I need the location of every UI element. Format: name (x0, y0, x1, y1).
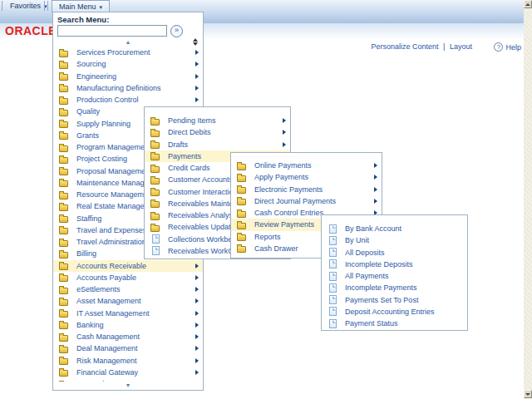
menu-item[interactable]: Accounts Receivable (53, 260, 203, 272)
vertical-scrollbar[interactable] (524, 0, 532, 399)
menu-item[interactable]: Payments Set To Post (322, 294, 467, 306)
menu-scroll-down-icon[interactable]: ▼ (53, 382, 203, 389)
menu-item[interactable]: Apply Payments (231, 171, 382, 183)
folder-icon (150, 140, 160, 149)
folder-icon (59, 178, 69, 187)
layout-link[interactable]: Layout (450, 42, 472, 51)
folder-icon (150, 223, 160, 232)
folder-icon (59, 71, 69, 81)
scrollbar-down-button[interactable] (524, 390, 532, 398)
folder-icon (59, 261, 69, 270)
folder-icon (150, 187, 160, 196)
menu-item[interactable]: Pending Items (145, 115, 290, 126)
menu-item-label: Deal Management (76, 344, 138, 352)
menu-item[interactable]: Incomplete Deposits (322, 259, 467, 270)
submenu-arrow-icon (283, 118, 286, 123)
folder-icon (237, 244, 247, 253)
folder-icon (59, 249, 69, 259)
submenu-arrow-icon (195, 74, 199, 79)
menu-item[interactable]: Asset Management (53, 295, 203, 307)
search-input[interactable] (57, 25, 167, 37)
menu-item[interactable]: Direct Debits (145, 126, 290, 138)
menu-item[interactable]: Incomplete Payments (322, 282, 467, 293)
menu-item[interactable]: All Deposits (322, 247, 467, 259)
personalize-row: Personalize Content | Layout (372, 42, 472, 51)
folder-icon (59, 83, 69, 92)
folder-icon (59, 107, 69, 116)
menu-item-label: Receivables Update (168, 223, 235, 231)
folder-icon (59, 308, 69, 318)
folder-icon (237, 196, 247, 205)
menu-item-label: Direct Debits (168, 128, 211, 136)
menu-resize-icon[interactable] (191, 37, 199, 47)
menu-item-label: Accounts Payable (76, 273, 136, 282)
folder-icon (59, 297, 69, 306)
menu-item[interactable]: Production Control (53, 94, 203, 106)
document-icon (328, 248, 337, 257)
menu-item[interactable]: Accounts Payable (53, 272, 203, 283)
help-icon[interactable]: ? (494, 42, 503, 52)
menu-item[interactable]: Services Procurement (53, 47, 203, 58)
menu-item[interactable]: By Unit (322, 234, 467, 246)
menu-item[interactable]: Deposit Accounting Entries (322, 306, 467, 318)
menu-item-label: By Bank Account (345, 224, 401, 233)
menu-item[interactable]: By Bank Account (322, 223, 467, 234)
caret-down-icon: ▾ (100, 4, 103, 10)
menu-item-label: Proposal Management (76, 167, 152, 175)
menu-item[interactable]: Risk Management (53, 355, 203, 367)
arrow-down-icon (525, 393, 530, 396)
folder-icon (59, 332, 69, 342)
submenu-arrow-icon (195, 370, 199, 375)
menu-item-label: Incomplete Deposits (345, 260, 413, 268)
folder-icon (59, 96, 69, 105)
menu-item-label: Financial Gateway (76, 368, 138, 377)
menu-scroll-up-icon[interactable]: ▲ (53, 38, 203, 46)
personalize-content-link[interactable]: Personalize Content (372, 42, 439, 51)
menu-level-4: By Bank Account By Unit All Deposits Inc… (322, 223, 467, 329)
menu-item[interactable]: Direct Journal Payments (231, 195, 382, 207)
folder-icon (150, 175, 160, 185)
menu-item[interactable]: Cash Management (53, 331, 203, 342)
review-payments-submenu: By Bank Account By Unit All Deposits Inc… (321, 214, 468, 331)
folder-icon (237, 220, 247, 229)
folder-icon (150, 128, 160, 137)
folder-icon (237, 209, 247, 218)
menu-item[interactable]: Payment Status (322, 318, 467, 329)
submenu-arrow-icon (195, 311, 199, 316)
menu-item-label: Accounts Receivable (76, 262, 146, 270)
menu-item-label: Manufacturing Definitions (76, 84, 161, 92)
menu-item[interactable]: eSettlements (53, 283, 203, 295)
menu-item[interactable]: Banking (53, 319, 203, 331)
menu-item[interactable]: Engineering (53, 71, 203, 82)
menu-item[interactable]: Deal Management (53, 342, 203, 354)
folder-icon (59, 190, 69, 200)
favorites-label: Favorites (10, 2, 41, 10)
menu-item[interactable]: IT Asset Management (53, 308, 203, 319)
document-icon (328, 307, 337, 316)
document-icon (328, 272, 337, 281)
search-go-icon[interactable]: » (170, 25, 183, 37)
menu-item[interactable]: Sourcing (53, 58, 203, 70)
main-menu-button[interactable]: Main Menu ▾ (52, 0, 110, 12)
scrollbar-up-button[interactable] (524, 0, 532, 8)
menu-item-label: eSettlements (76, 285, 121, 293)
submenu-arrow-icon (374, 175, 377, 180)
menu-item[interactable]: Manufacturing Definitions (53, 82, 203, 94)
folder-icon (59, 202, 69, 211)
menu-item[interactable]: Online Payments (231, 160, 382, 171)
menu-item[interactable]: All Payments (322, 270, 467, 282)
menu-item[interactable]: Electronic Payments (231, 184, 382, 195)
menu-item[interactable]: Drafts (145, 139, 290, 150)
submenu-arrow-icon (195, 264, 199, 268)
help-link[interactable]: Help (505, 43, 521, 52)
menu-item[interactable]: Financial Gateway (53, 367, 203, 378)
separator (47, 1, 48, 11)
search-menu-label: Search Menu: (57, 15, 203, 24)
favorites-menu-button[interactable]: Favorites ▾ (5, 1, 52, 11)
folder-icon (59, 119, 69, 128)
folder-icon (59, 155, 69, 164)
menu-item-label: Asset Management (76, 297, 141, 305)
menu-item-label: Direct Journal Payments (254, 197, 336, 205)
folder-icon (59, 166, 69, 175)
menu-item-label: Receivables Analysis (168, 211, 239, 219)
